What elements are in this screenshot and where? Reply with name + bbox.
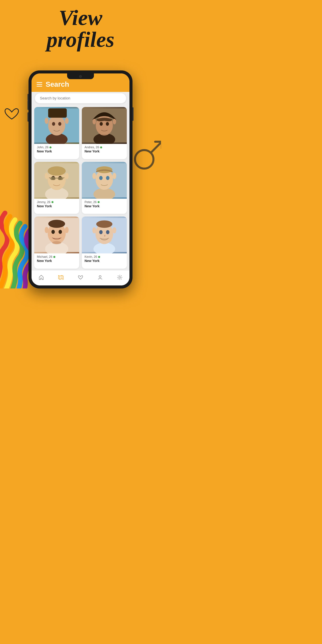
hero-title-line2: profiles <box>0 28 161 50</box>
phone-mute-button <box>28 94 28 100</box>
profile-photo-peter <box>82 162 127 199</box>
svg-point-37 <box>106 176 109 180</box>
search-input[interactable] <box>35 93 126 103</box>
profile-card-peter[interactable]: Peter, 26 New York <box>82 162 127 214</box>
phone-camera <box>79 75 82 78</box>
svg-point-44 <box>52 230 55 234</box>
svg-line-1 <box>151 142 161 152</box>
svg-point-58 <box>104 235 105 237</box>
online-status-jimmy <box>52 201 54 203</box>
svg-marker-60 <box>58 276 63 280</box>
profile-name-john: John, 26 <box>37 146 48 149</box>
svg-point-27 <box>65 173 68 179</box>
profile-info-jimmy: Jimmy, 26 New York <box>34 199 79 210</box>
svg-point-26 <box>45 173 48 179</box>
svg-point-54 <box>106 230 109 234</box>
heart-decoration <box>3 107 20 121</box>
male-symbol-decoration <box>131 138 161 171</box>
svg-point-6 <box>48 116 65 136</box>
hamburger-line-1 <box>36 82 42 83</box>
profile-info-john: John, 26 New York <box>34 144 79 156</box>
profile-name-row-andres: Andres, 26 <box>84 146 124 149</box>
svg-rect-9 <box>48 108 67 118</box>
profiles-grid: John, 26 New York <box>34 107 127 270</box>
profile-name-jimmy: Jimmy, 26 <box>37 200 50 204</box>
svg-point-8 <box>58 122 61 126</box>
phone-power-button <box>132 107 134 121</box>
profile-location-peter: New York <box>84 204 124 208</box>
svg-rect-29 <box>58 177 63 180</box>
hamburger-line-2 <box>36 84 42 85</box>
svg-point-57 <box>112 227 116 234</box>
hero-title: View profiles <box>0 7 161 50</box>
svg-rect-28 <box>50 177 56 180</box>
profile-card-john[interactable]: John, 26 New York <box>34 107 79 159</box>
profile-name-row-kevin: Kevin, 26 <box>84 255 124 258</box>
profile-photo-michael <box>34 216 79 254</box>
profile-name-row-peter: Peter, 26 <box>84 200 124 204</box>
hamburger-menu-button[interactable] <box>36 82 42 86</box>
svg-point-7 <box>52 122 55 126</box>
profile-card-kevin[interactable]: Kevin, 26 New York <box>82 216 127 269</box>
svg-point-11 <box>65 118 68 124</box>
svg-point-36 <box>99 176 103 180</box>
nav-item-settings[interactable] <box>114 273 126 283</box>
profile-icon <box>98 275 103 282</box>
search-bar-container <box>35 93 126 103</box>
svg-point-63 <box>99 276 101 278</box>
svg-point-56 <box>92 227 96 234</box>
hero-title-line1: View <box>0 7 161 28</box>
profile-info-kevin: Kevin, 26 New York <box>82 254 127 265</box>
profile-name-row-john: John, 26 <box>37 146 76 149</box>
svg-point-18 <box>113 119 116 124</box>
profile-name-row-michael: Michael, 26 <box>37 255 76 258</box>
svg-point-53 <box>99 230 103 234</box>
svg-point-45 <box>58 230 62 234</box>
bottom-navigation <box>32 270 130 286</box>
settings-icon <box>117 275 122 282</box>
profile-photo-andres <box>82 107 127 144</box>
profile-location-andres: New York <box>84 150 124 153</box>
svg-point-17 <box>92 119 96 124</box>
profile-photo-jimmy <box>34 162 79 199</box>
profile-photo-kevin <box>82 216 127 254</box>
profile-location-kevin: New York <box>84 259 124 263</box>
profile-name-row-jimmy: Jimmy, 26 <box>37 200 76 204</box>
nav-item-profile[interactable] <box>94 273 106 283</box>
phone-vol-up-button <box>28 100 28 110</box>
svg-point-15 <box>100 122 103 126</box>
svg-point-40 <box>112 173 116 179</box>
profile-info-michael: Michael, 26 New York <box>34 254 79 265</box>
profile-name-peter: Peter, 26 <box>84 200 96 204</box>
online-status-peter <box>98 201 100 203</box>
phone-vol-down-button <box>28 112 28 122</box>
online-status-john <box>50 146 52 148</box>
svg-point-39 <box>92 173 96 179</box>
header-title: Search <box>46 80 69 88</box>
profile-name-andres: Andres, 26 <box>84 146 99 149</box>
phone-screen: Search <box>32 74 130 286</box>
phone-notch <box>67 74 94 79</box>
nav-item-likes[interactable] <box>74 273 86 283</box>
profile-card-michael[interactable]: Michael, 26 New York <box>34 216 79 269</box>
online-status-kevin <box>98 256 100 258</box>
svg-point-25 <box>48 166 66 176</box>
profile-info-peter: Peter, 26 New York <box>82 199 127 210</box>
profile-photo-john <box>34 107 79 144</box>
phone-frame: Search <box>28 70 132 288</box>
profile-card-andres[interactable]: Andres, 26 New York <box>82 107 127 159</box>
svg-point-10 <box>45 118 48 124</box>
nav-item-map[interactable] <box>55 273 67 283</box>
profile-card-jimmy[interactable]: Jimmy, 26 New York <box>34 162 79 214</box>
svg-point-48 <box>65 227 68 233</box>
heart-icon <box>78 275 83 282</box>
hamburger-line-3 <box>36 86 42 86</box>
svg-point-55 <box>96 220 112 228</box>
profile-name-michael: Michael, 26 <box>37 255 52 258</box>
svg-point-16 <box>106 122 109 126</box>
profile-location-john: New York <box>37 150 76 153</box>
profile-info-andres: Andres, 26 New York <box>82 144 127 156</box>
home-icon <box>38 275 44 282</box>
nav-item-home[interactable] <box>35 273 47 283</box>
profile-location-jimmy: New York <box>37 204 76 208</box>
